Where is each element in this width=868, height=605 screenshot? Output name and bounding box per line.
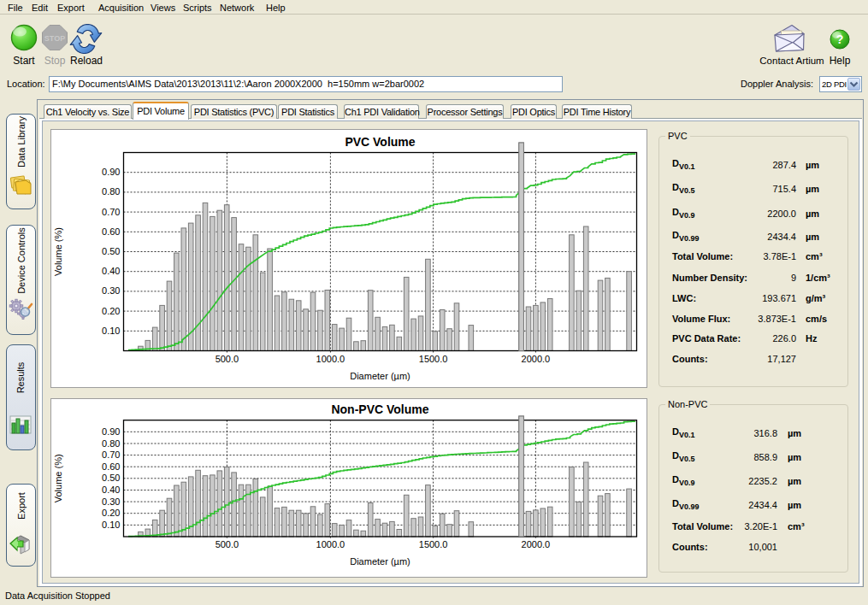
- svg-text:0.70: 0.70: [102, 207, 120, 217]
- svg-text:2000.0: 2000.0: [522, 539, 551, 549]
- svg-text:0.80: 0.80: [102, 438, 120, 449]
- svg-text:Help: Help: [830, 55, 851, 67]
- svg-text:2000.0: 2000.0: [522, 354, 551, 364]
- svg-text:0.50: 0.50: [102, 473, 120, 483]
- svg-text:500.0: 500.0: [216, 539, 239, 549]
- svg-text:0.40: 0.40: [102, 266, 120, 276]
- svg-text:Volume (%): Volume (%): [53, 454, 63, 502]
- svg-text:1500.0: 1500.0: [419, 539, 448, 549]
- svg-text:1500.0: 1500.0: [419, 354, 448, 364]
- svg-text:500.0: 500.0: [216, 354, 239, 364]
- svg-text:0.90: 0.90: [102, 167, 120, 177]
- svg-text:1000.0: 1000.0: [316, 539, 345, 549]
- svg-text:Start: Start: [13, 55, 35, 67]
- svg-text:0.40: 0.40: [102, 485, 120, 495]
- svg-text:Diameter (µm): Diameter (µm): [350, 556, 410, 567]
- svg-text:0.30: 0.30: [102, 285, 120, 296]
- svg-text:0.80: 0.80: [102, 186, 120, 197]
- svg-text:Diameter (µm): Diameter (µm): [350, 371, 410, 381]
- svg-text:Contact Artium: Contact Artium: [759, 56, 824, 66]
- svg-text:1000.0: 1000.0: [316, 354, 345, 364]
- svg-text:Volume (%): Volume (%): [53, 227, 63, 276]
- svg-text:0.20: 0.20: [102, 508, 120, 518]
- svg-text:STOP: STOP: [44, 34, 65, 43]
- svg-text:0.30: 0.30: [102, 496, 120, 507]
- svg-text:?: ?: [836, 32, 844, 46]
- svg-text:Reload: Reload: [70, 55, 103, 67]
- svg-text:0.20: 0.20: [102, 306, 120, 316]
- svg-text:0.70: 0.70: [102, 449, 120, 460]
- svg-text:Non-PVC Volume: Non-PVC Volume: [331, 402, 428, 416]
- svg-text:0.10: 0.10: [102, 326, 120, 336]
- svg-text:Stop: Stop: [44, 55, 66, 67]
- svg-text:0.60: 0.60: [102, 461, 120, 472]
- svg-text:0.10: 0.10: [102, 520, 120, 530]
- svg-text:0.50: 0.50: [102, 246, 120, 256]
- svg-text:0.90: 0.90: [102, 426, 120, 437]
- svg-text:PVC Volume: PVC Volume: [345, 135, 415, 149]
- svg-text:0.60: 0.60: [102, 226, 120, 237]
